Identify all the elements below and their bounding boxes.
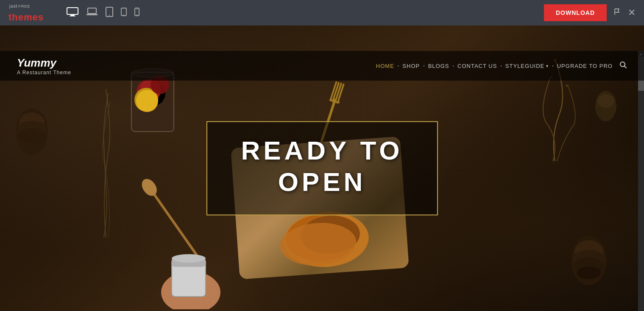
svg-point-21	[136, 90, 158, 112]
laptop-icon[interactable]	[86, 7, 98, 19]
svg-point-47	[577, 266, 601, 279]
device-icons	[67, 7, 139, 19]
svg-point-39	[172, 254, 206, 263]
hero-title: READY TO OPEN	[241, 134, 403, 198]
pinecone-right-top	[593, 89, 619, 125]
close-icon[interactable]: ✕	[628, 7, 636, 18]
nav-contact[interactable]: CONTACT US	[457, 61, 498, 71]
scrollbar[interactable]: ▲ ▼	[638, 51, 644, 311]
svg-point-30	[139, 176, 160, 199]
svg-point-8	[123, 14, 124, 15]
desktop-icon[interactable]	[67, 7, 78, 19]
svg-point-6	[109, 14, 110, 15]
svg-rect-2	[70, 16, 75, 17]
site-header: Yummy A Restaurant Theme HOME • SHOP • B…	[0, 51, 644, 81]
toolbar-right: DOWNLOAD ✕	[544, 4, 636, 21]
svg-point-49	[597, 94, 614, 108]
download-button[interactable]: DOWNLOAD	[544, 4, 607, 21]
hero-title-line1: READY TO	[241, 134, 403, 166]
site-content: Yummy A Restaurant Theme HOME • SHOP • B…	[0, 25, 644, 311]
small-tablet-icon[interactable]	[121, 8, 127, 18]
svg-rect-3	[88, 8, 96, 14]
svg-rect-0	[67, 8, 78, 14]
brand-themes: themes	[8, 13, 44, 22]
tablet-icon[interactable]	[106, 7, 113, 19]
mobile-icon[interactable]	[134, 8, 139, 18]
brand-just-text: just	[9, 4, 18, 8]
svg-point-10	[137, 14, 137, 15]
site-nav: HOME • SHOP • BLOGS • CONTACT US • STYLE…	[375, 61, 627, 71]
toolbar-left: justFREE themes	[8, 3, 139, 22]
toolbar: justFREE themes	[0, 0, 644, 25]
nav-styleguide-label: STYLEGUIDE	[505, 63, 544, 69]
svg-point-42	[566, 85, 568, 87]
nav-dot-4: •	[500, 64, 502, 68]
nav-shop[interactable]: SHOP	[401, 61, 421, 71]
brand-just: justFREE	[8, 3, 44, 13]
brand-free: FREE	[19, 4, 31, 8]
svg-point-15	[18, 128, 45, 143]
brand-logo[interactable]: justFREE themes	[8, 3, 44, 22]
hero-overlay: READY TO OPEN	[206, 121, 438, 216]
hero-section: Yummy A Restaurant Theme HOME • SHOP • B…	[0, 25, 644, 311]
nav-dot-3: •	[453, 64, 454, 68]
hero-title-line2: OPEN	[241, 166, 403, 198]
nav-dot-2: •	[423, 64, 425, 68]
nav-dot-1: •	[398, 64, 399, 68]
svg-rect-11	[136, 9, 138, 9]
site-logo: Yummy A Restaurant Theme	[17, 56, 71, 76]
pinecone-left	[13, 106, 51, 159]
flag-icon[interactable]	[613, 8, 621, 18]
nav-blogs[interactable]: BLOGS	[427, 61, 450, 71]
hand-cup	[157, 224, 233, 311]
nav-upgrade[interactable]: UPGRADE TO PRO	[556, 61, 613, 71]
nav-dot-5: •	[552, 64, 554, 68]
search-icon[interactable]	[619, 61, 627, 70]
pinecone-right-bottom	[568, 233, 610, 290]
chevron-down-icon: ▾	[546, 64, 549, 68]
site-logo-title[interactable]: Yummy	[17, 56, 71, 70]
svg-rect-1	[70, 15, 75, 16]
plant-stems-left	[93, 68, 119, 239]
svg-rect-4	[86, 14, 98, 15]
hero-box: READY TO OPEN	[206, 121, 438, 216]
site-logo-subtitle: A Restaurant Theme	[17, 70, 71, 76]
nav-home[interactable]: HOME	[375, 61, 395, 71]
nav-styleguide[interactable]: STYLEGUIDE ▾	[505, 61, 549, 71]
